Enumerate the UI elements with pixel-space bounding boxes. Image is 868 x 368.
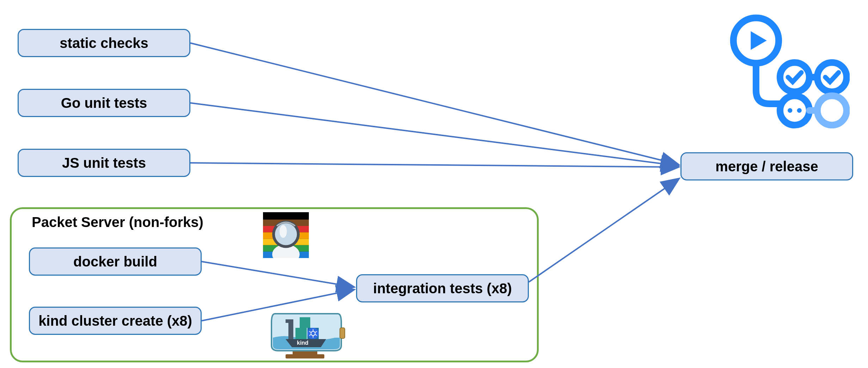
- svg-rect-25: [300, 317, 310, 328]
- node-label: Go unit tests: [61, 95, 147, 111]
- svg-line-32: [190, 163, 678, 167]
- hubot-avatar-icon: [263, 212, 309, 258]
- github-actions-icon: [716, 11, 850, 130]
- node-label: static checks: [60, 35, 148, 51]
- svg-point-6: [797, 108, 802, 113]
- node-js-unit-tests: JS unit tests: [18, 149, 190, 177]
- group-label: Packet Server (non-forks): [32, 214, 203, 230]
- node-kind-cluster-create: kind cluster create (x8): [29, 307, 202, 335]
- svg-point-19: [280, 225, 287, 238]
- node-go-unit-tests: Go unit tests: [18, 89, 190, 117]
- svg-point-8: [817, 96, 846, 125]
- svg-rect-21: [286, 354, 324, 358]
- node-docker-build: docker build: [29, 247, 202, 276]
- node-integration-tests: integration tests (x8): [356, 274, 529, 302]
- svg-line-35: [529, 179, 678, 282]
- svg-rect-9: [263, 212, 309, 220]
- node-label: integration tests (x8): [373, 281, 512, 296]
- node-label: kind cluster create (x8): [38, 313, 192, 329]
- svg-rect-22: [340, 328, 345, 338]
- svg-line-31: [190, 103, 678, 166]
- svg-rect-27: [286, 319, 293, 323]
- kind-text: kind: [297, 340, 308, 346]
- node-static-checks: static checks: [18, 29, 190, 57]
- node-label: docker build: [73, 254, 157, 270]
- svg-line-30: [190, 43, 678, 164]
- diagram-canvas: Packet Server (non-forks) static checks …: [0, 0, 868, 368]
- svg-rect-23: [295, 328, 307, 339]
- svg-point-4: [780, 96, 809, 125]
- svg-point-5: [788, 108, 792, 113]
- kind-logo-icon: kind: [264, 293, 346, 360]
- node-label: merge / release: [715, 159, 818, 174]
- node-label: JS unit tests: [62, 155, 146, 171]
- node-merge-release: merge / release: [680, 152, 853, 180]
